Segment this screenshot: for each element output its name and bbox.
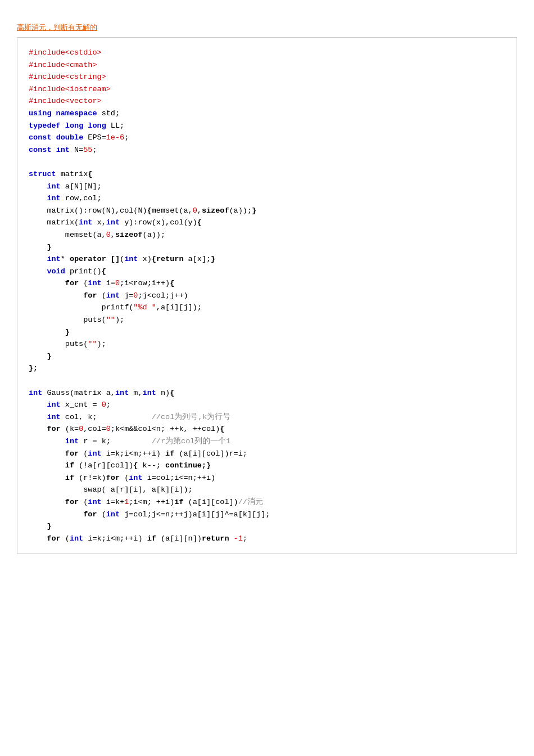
page: 高斯消元，判断有无解的 #include<cstdio> #include<cm… [0,0,534,756]
code-block: #include<cstdio> #include<cmath> #includ… [17,37,517,554]
page-title[interactable]: 高斯消元，判断有无解的 [17,22,517,33]
